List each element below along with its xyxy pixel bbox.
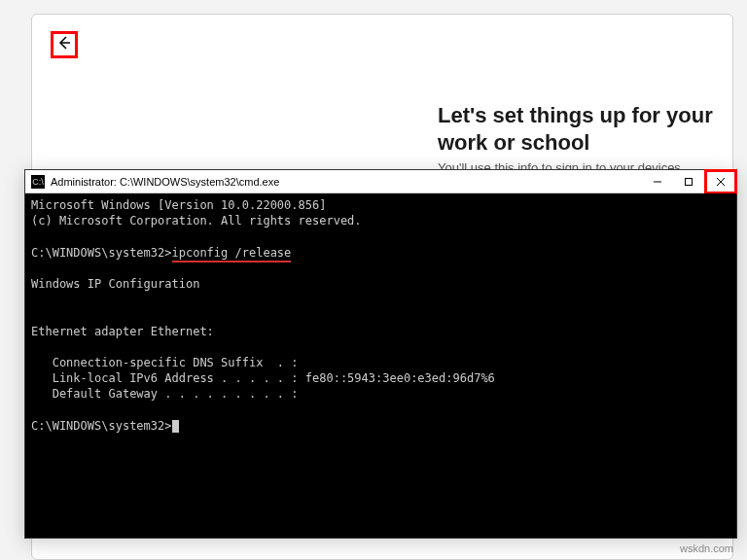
window-controls — [642, 170, 736, 192]
prompt-path: C:\WINDOWS\system32> — [31, 246, 172, 260]
line-adapter: Ethernet adapter Ethernet: — [31, 325, 214, 338]
titlebar[interactable]: C:\ Administrator: C:\WINDOWS\system32\c… — [25, 170, 736, 193]
cmd-icon: C:\ — [31, 175, 45, 189]
line-dns: Connection-specific DNS Suffix . : — [31, 356, 299, 369]
terminal-output[interactable]: Microsoft Windows [Version 10.0.22000.85… — [25, 193, 736, 538]
setup-heading: Let's set things up for your work or sch… — [438, 102, 739, 156]
window-title: Administrator: C:\WINDOWS\system32\cmd.e… — [51, 176, 642, 188]
maximize-button[interactable] — [673, 170, 704, 192]
cursor — [172, 420, 179, 433]
prompt-path-2: C:\WINDOWS\system32> — [31, 419, 172, 433]
line-version: Microsoft Windows [Version 10.0.22000.85… — [31, 198, 326, 212]
line-ipconfig-header: Windows IP Configuration — [31, 277, 199, 291]
close-button[interactable] — [704, 169, 737, 194]
line-copyright: (c) Microsoft Corporation. All rights re… — [31, 214, 362, 228]
line-ipv6: Link-local IPv6 Address . . . . . : fe80… — [31, 371, 495, 385]
minimize-button[interactable] — [642, 170, 673, 192]
typed-command: ipconfig /release — [172, 246, 292, 262]
back-button[interactable] — [51, 31, 78, 58]
arrow-left-icon — [56, 35, 72, 55]
cmd-window: C:\ Administrator: C:\WINDOWS\system32\c… — [24, 169, 737, 539]
svg-rect-1 — [686, 178, 693, 185]
watermark: wskdn.com — [680, 542, 733, 554]
line-gateway: Default Gateway . . . . . . . . . : — [31, 387, 299, 401]
